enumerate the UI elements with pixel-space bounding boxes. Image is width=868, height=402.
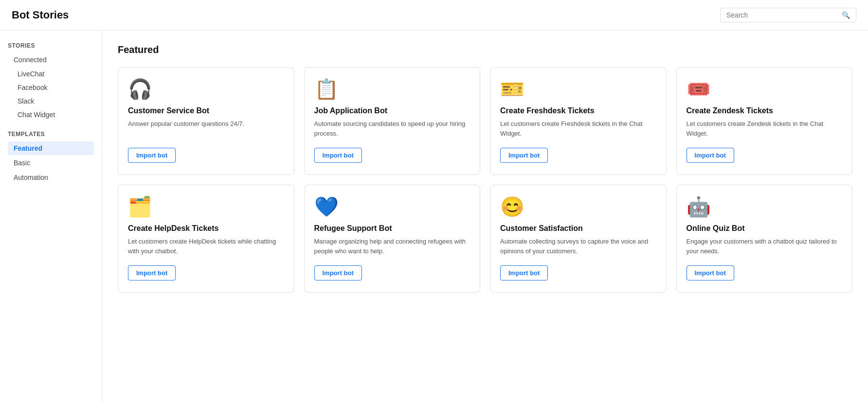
import-bot-button-customer-service-bot[interactable]: Import bot [128, 148, 176, 163]
cards-grid: 🎧 Customer Service Bot Answer popular cu… [118, 67, 852, 293]
search-box: 🔍 [720, 8, 856, 22]
helpdesk-icon: 🗂️ [128, 197, 284, 216]
card-zendesk-tickets: 🎟️ Create Zendesk Tickets Let customers … [676, 67, 853, 175]
import-bot-button-zendesk-tickets[interactable]: Import bot [687, 148, 734, 163]
page-title: Bot Stories [12, 9, 69, 21]
job-application-icon: 📋 [314, 79, 470, 99]
search-icon: 🔍 [842, 11, 850, 19]
card-desc-helpdesk-tickets: Let customers create HelpDesk tickets wh… [128, 237, 284, 256]
import-bot-button-online-quiz-bot[interactable]: Import bot [687, 265, 734, 280]
customer-satisfaction-icon: 😊 [500, 197, 656, 216]
card-helpdesk-tickets: 🗂️ Create HelpDesk Tickets Let customers… [118, 185, 294, 293]
stories-section: Stories Connected LiveChat Facebook Slac… [8, 42, 94, 121]
sidebar-item-livechat[interactable]: LiveChat [8, 68, 94, 80]
templates-section: Templates Featured Basic Automation [8, 131, 94, 184]
card-title-refugee-support-bot: Refugee Support Bot [314, 224, 470, 233]
card-title-customer-satisfaction: Customer Satisfaction [500, 224, 656, 233]
card-desc-zendesk-tickets: Let customers create Zendesk tickets in … [687, 119, 843, 138]
sidebar-item-slack[interactable]: Slack [8, 95, 94, 107]
main-layout: Stories Connected LiveChat Facebook Slac… [0, 31, 868, 402]
sidebar-item-facebook[interactable]: Facebook [8, 81, 94, 94]
sidebar-item-automation[interactable]: Automation [8, 171, 94, 184]
card-desc-customer-satisfaction: Automate collecting surveys to capture t… [500, 237, 656, 256]
refugee-support-icon: 💙 [314, 197, 470, 216]
sidebar-item-chat-widget[interactable]: Chat Widget [8, 108, 94, 121]
search-input[interactable] [726, 11, 842, 19]
card-job-application-bot: 📋 Job Application Bot Automate sourcing … [304, 67, 481, 175]
import-bot-button-refugee-support-bot[interactable]: Import bot [314, 265, 362, 280]
card-title-job-application-bot: Job Application Bot [314, 106, 470, 115]
card-desc-job-application-bot: Automate sourcing candidates to speed up… [314, 119, 470, 138]
sidebar: Stories Connected LiveChat Facebook Slac… [0, 31, 102, 402]
featured-section-title: Featured [118, 44, 852, 55]
card-customer-service-bot: 🎧 Customer Service Bot Answer popular cu… [118, 67, 294, 175]
stories-label: Stories [8, 42, 94, 49]
import-bot-button-freshdesk-tickets[interactable]: Import bot [500, 148, 548, 163]
import-bot-button-job-application-bot[interactable]: Import bot [314, 148, 362, 163]
card-title-customer-service-bot: Customer Service Bot [128, 106, 284, 115]
card-freshdesk-tickets: 🎫 Create Freshdesk Tickets Let customers… [490, 67, 667, 175]
card-online-quiz-bot: 🤖 Online Quiz Bot Engage your customers … [676, 185, 853, 293]
card-customer-satisfaction: 😊 Customer Satisfaction Automate collect… [490, 185, 667, 293]
card-title-helpdesk-tickets: Create HelpDesk Tickets [128, 224, 284, 233]
top-bar: Bot Stories 🔍 [0, 0, 868, 31]
card-desc-freshdesk-tickets: Let customers create Freshdesk tickets i… [500, 119, 656, 138]
zendesk-icon: 🎟️ [687, 79, 843, 99]
card-desc-online-quiz-bot: Engage your customers with a chatbot qui… [687, 237, 843, 256]
sidebar-item-connected[interactable]: Connected [8, 53, 94, 67]
customer-service-icon: 🎧 [128, 79, 284, 99]
card-title-zendesk-tickets: Create Zendesk Tickets [687, 106, 843, 115]
import-bot-button-helpdesk-tickets[interactable]: Import bot [128, 265, 176, 280]
card-title-freshdesk-tickets: Create Freshdesk Tickets [500, 106, 656, 115]
sidebar-item-basic[interactable]: Basic [8, 156, 94, 170]
card-title-online-quiz-bot: Online Quiz Bot [687, 224, 843, 233]
main-content: Featured 🎧 Customer Service Bot Answer p… [102, 31, 868, 402]
freshdesk-icon: 🎫 [500, 79, 656, 99]
card-refugee-support-bot: 💙 Refugee Support Bot Manage organizing … [304, 185, 481, 293]
online-quiz-icon: 🤖 [687, 197, 843, 216]
card-desc-customer-service-bot: Answer popular customer questions 24/7. [128, 119, 284, 138]
templates-label: Templates [8, 131, 94, 138]
card-desc-refugee-support-bot: Manage organizing help and connecting re… [314, 237, 470, 256]
sidebar-item-featured[interactable]: Featured [8, 141, 94, 155]
import-bot-button-customer-satisfaction[interactable]: Import bot [500, 265, 548, 280]
